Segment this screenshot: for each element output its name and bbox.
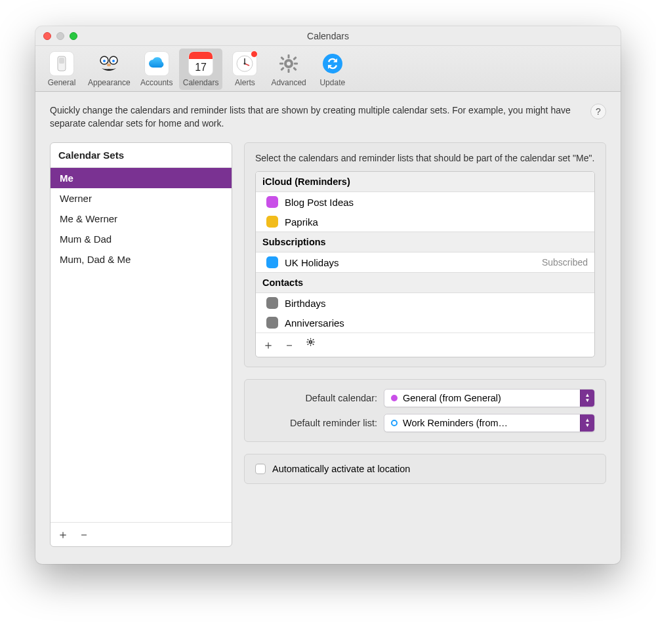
auto-activate-checkbox[interactable]: [255, 464, 266, 474]
options-button[interactable]: [304, 337, 316, 353]
tab-advanced[interactable]: Advanced: [267, 49, 310, 90]
tab-update[interactable]: Update: [312, 49, 354, 90]
calendar-name: Paprika: [285, 216, 588, 228]
svg-rect-19: [293, 56, 297, 60]
tab-label: Accounts: [140, 78, 173, 87]
svg-rect-14: [279, 63, 283, 65]
calendar-name: Anniversaries: [285, 317, 588, 329]
traffic-lights: [43, 32, 77, 40]
refresh-icon: [320, 51, 345, 76]
tab-appearance[interactable]: Appearance: [84, 49, 134, 90]
calendar-row[interactable]: UK Holidays Subscribed: [256, 252, 594, 272]
ring-icon: [391, 420, 398, 426]
svg-point-21: [323, 54, 342, 73]
svg-rect-26: [313, 342, 314, 342]
stepper-icon: ▲▼: [580, 414, 594, 432]
calendar-set-item[interactable]: Werner: [51, 188, 232, 209]
color-swatch: [266, 196, 278, 208]
remove-set-button[interactable]: －: [78, 527, 90, 542]
tab-label: Update: [319, 78, 345, 87]
cloud-icon: [144, 51, 169, 76]
svg-point-10: [244, 63, 246, 65]
calendar-group-header: Contacts: [256, 272, 594, 293]
calendars-list: iCloud (Reminders) Blog Post Ideas Papri…: [255, 171, 595, 357]
svg-rect-16: [280, 56, 284, 60]
gear-icon: [306, 337, 316, 347]
calendar-name: UK Holidays: [285, 257, 535, 268]
svg-rect-29: [307, 344, 309, 346]
svg-rect-27: [307, 339, 309, 341]
fullscreen-window-button[interactable]: [70, 32, 77, 40]
color-dot-icon: [391, 395, 398, 401]
calendar-name: Blog Post Ideas: [285, 197, 588, 208]
color-swatch: [266, 317, 278, 329]
minimize-window-button[interactable]: [56, 32, 64, 40]
calendar-set-item[interactable]: Me & Werner: [51, 209, 232, 229]
calendar-name: Birthdays: [285, 298, 588, 309]
calendar-row[interactable]: Anniversaries: [256, 313, 594, 332]
calendar-row[interactable]: Blog Post Ideas: [256, 192, 594, 212]
add-set-button[interactable]: ＋: [57, 527, 69, 542]
disguise-icon: [96, 51, 121, 76]
svg-rect-12: [288, 54, 290, 58]
calendar-row[interactable]: Paprika: [256, 212, 594, 231]
add-calendar-button[interactable]: ＋: [262, 337, 274, 353]
close-window-button[interactable]: [43, 32, 51, 40]
color-swatch: [266, 297, 278, 309]
titlebar: Calendars: [35, 26, 621, 46]
toolbar: General Appearance Accounts 17 Calendars: [35, 46, 621, 92]
svg-rect-30: [312, 339, 314, 341]
color-swatch: [266, 216, 278, 228]
tab-calendars[interactable]: 17 Calendars: [179, 49, 223, 90]
gear-icon: [276, 51, 301, 76]
calendar-set-item[interactable]: Me: [51, 168, 232, 188]
description-text: Quickly change the calendars and reminde…: [50, 104, 580, 131]
svg-rect-18: [280, 67, 284, 71]
window-title: Calendars: [35, 31, 621, 41]
svg-rect-23: [310, 338, 310, 340]
calendar-set-item[interactable]: Mum & Dad: [51, 229, 232, 249]
calendar-sets-panel: Calendar Sets Me Werner Me & Werner Mum …: [50, 142, 232, 547]
tab-general[interactable]: General: [41, 49, 83, 90]
help-button[interactable]: ?: [590, 104, 606, 119]
calendar-day: 17: [195, 59, 207, 75]
switch-icon: [49, 51, 74, 76]
stepper-icon: ▲▼: [580, 390, 594, 407]
tab-label: General: [48, 78, 76, 87]
remove-calendar-button[interactable]: －: [283, 337, 295, 353]
svg-point-4: [103, 60, 106, 62]
svg-rect-25: [306, 342, 308, 342]
calendar-group-header: iCloud (Reminders): [256, 172, 594, 192]
svg-rect-15: [294, 63, 298, 65]
preferences-window: Calendars General Appearance Accounts 17: [35, 26, 621, 564]
calendar-group-header: Subscriptions: [256, 231, 594, 252]
select-value: Work Reminders (from…: [403, 418, 580, 428]
default-reminder-label: Default reminder list:: [255, 418, 377, 428]
calendar-sets-header: Calendar Sets: [51, 143, 232, 168]
color-swatch: [266, 256, 278, 268]
svg-point-31: [310, 342, 311, 343]
svg-point-20: [287, 62, 291, 66]
calendar-icon: 17: [188, 51, 213, 76]
calendars-box: Select the calendars and reminder lists …: [244, 142, 606, 368]
calendar-row[interactable]: Birthdays: [256, 293, 594, 313]
svg-rect-1: [59, 58, 64, 64]
svg-point-6: [107, 64, 111, 66]
default-calendar-label: Default calendar:: [255, 393, 377, 403]
tab-alerts[interactable]: Alerts: [224, 49, 266, 90]
default-calendar-select[interactable]: General (from General) ▲▼: [384, 389, 595, 407]
svg-rect-17: [293, 67, 297, 71]
tab-label: Calendars: [183, 78, 219, 87]
tab-label: Alerts: [235, 78, 255, 87]
svg-rect-28: [312, 344, 314, 346]
default-reminder-select[interactable]: Work Reminders (from… ▲▼: [384, 414, 595, 432]
svg-rect-24: [310, 344, 310, 346]
auto-activate-box: Automatically activate at location: [244, 454, 606, 484]
calendar-set-item[interactable]: Mum, Dad & Me: [51, 249, 232, 270]
calendars-hint: Select the calendars and reminder lists …: [255, 152, 595, 165]
defaults-box: Default calendar: General (from General)…: [244, 379, 606, 442]
calendar-badge: Subscribed: [542, 257, 588, 268]
auto-activate-label: Automatically activate at location: [272, 464, 410, 474]
select-value: General (from General): [403, 393, 580, 403]
tab-accounts[interactable]: Accounts: [136, 49, 178, 90]
